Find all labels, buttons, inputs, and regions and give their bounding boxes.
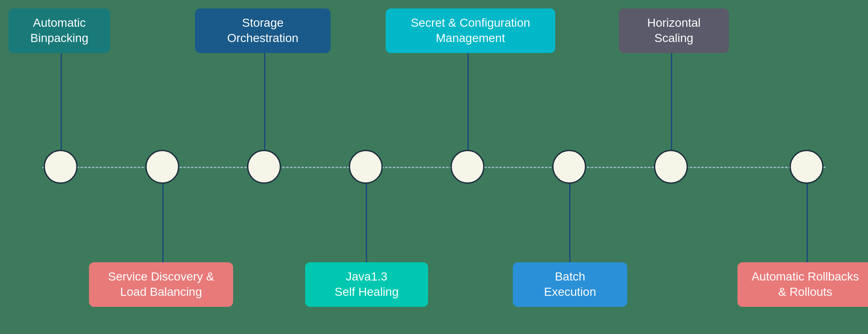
label-storage-orchestration: StorageOrchestration	[195, 8, 331, 53]
connector-8-down	[807, 184, 808, 269]
label-service-discovery: Service Discovery &Load Balancing	[89, 262, 233, 307]
connector-3-up	[264, 51, 265, 150]
circle-3	[247, 150, 281, 184]
connector-2-down	[162, 184, 164, 269]
label-java-self-healing: Java1.3Self Healing	[305, 262, 428, 307]
connector-7-up	[671, 51, 672, 150]
diagram-container: AutomaticBinpacking Service Discovery &L…	[0, 0, 868, 334]
circle-6	[552, 150, 586, 184]
circle-7	[654, 150, 688, 184]
label-automatic-rollbacks: Automatic Rollbacks& Rollouts	[737, 262, 868, 307]
label-horizontal-scaling: HorizontalScaling	[619, 8, 729, 53]
circle-2	[145, 150, 179, 184]
connector-1-up	[61, 51, 62, 150]
label-secret-config: Secret & ConfigurationManagement	[386, 8, 555, 53]
label-automatic-binpacking: AutomaticBinpacking	[8, 8, 110, 53]
circle-5	[451, 150, 484, 184]
circle-8	[790, 150, 823, 184]
label-batch-execution: BatchExecution	[513, 262, 627, 307]
connector-5-up	[467, 51, 469, 150]
circle-1	[44, 150, 78, 184]
connector-4-down	[366, 184, 367, 269]
circle-4	[349, 150, 383, 184]
connector-6-down	[569, 184, 570, 269]
